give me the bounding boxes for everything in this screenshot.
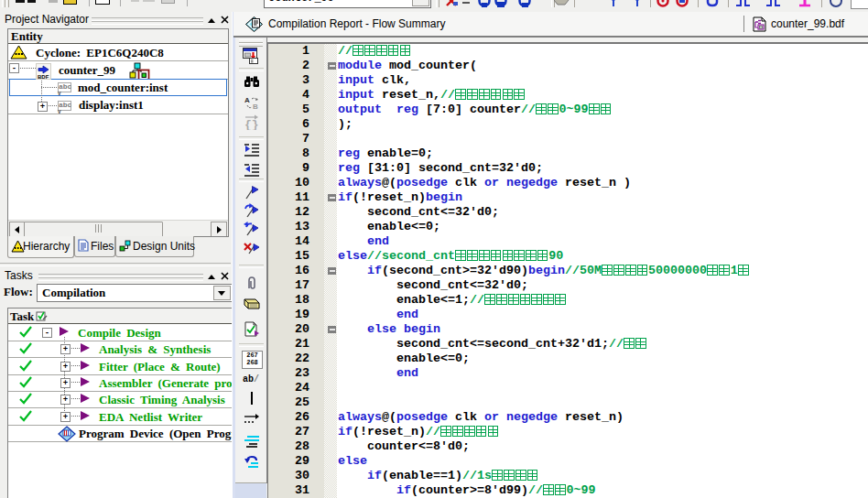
svg-text:A: A <box>244 96 250 104</box>
svg-text:BDF: BDF <box>38 74 49 80</box>
svg-text:{}: {} <box>244 118 259 130</box>
svg-text:B: B <box>253 103 258 110</box>
